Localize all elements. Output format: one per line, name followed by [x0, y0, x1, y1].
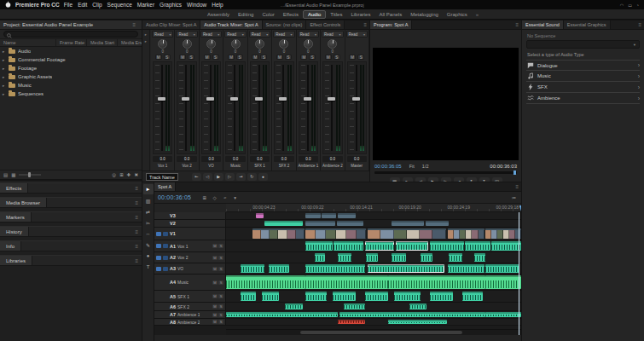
add-marker-button[interactable]: ▦: [390, 177, 400, 182]
timeline-clip[interactable]: [388, 320, 447, 324]
timeline-clip[interactable]: [396, 241, 428, 251]
project-panel-header[interactable]: Project: Essential Audio Panel Example ≡: [0, 20, 142, 30]
panel-menu-icon[interactable]: ≡: [135, 200, 142, 205]
timeline-clip[interactable]: [365, 292, 389, 301]
playhead-marker-icon[interactable]: [519, 205, 521, 211]
fader-handle[interactable]: [206, 97, 214, 101]
track-header-v2[interactable]: V2: [154, 220, 226, 227]
track-mute-button[interactable]: M: [212, 294, 218, 298]
wifi-icon[interactable]: ◠: [620, 3, 624, 8]
timeline-clip[interactable]: [338, 320, 364, 324]
audio-type-sfx[interactable]: SFX›: [526, 82, 640, 93]
twirl-icon[interactable]: ▸: [3, 92, 6, 96]
go-to-in-button[interactable]: ⇤: [403, 177, 413, 182]
panel-menu-icon[interactable]: ≡: [135, 258, 142, 263]
timeline-clip[interactable]: [241, 292, 255, 301]
panel-tab-media-browser[interactable]: Media Browser: [0, 198, 47, 207]
mute-button[interactable]: M: [179, 55, 186, 60]
timeline-clip[interactable]: [241, 264, 264, 273]
pan-knob[interactable]: [224, 38, 246, 49]
tab-program[interactable]: Program: Spot A: [370, 20, 412, 29]
track-mute-button[interactable]: M: [212, 280, 218, 285]
apple-icon[interactable]: [5, 1, 11, 9]
selection-tool[interactable]: ►: [143, 184, 154, 194]
timeline-clip[interactable]: [368, 264, 444, 273]
track-mute-button[interactable]: M: [212, 320, 218, 324]
solo-button[interactable]: S: [212, 55, 219, 60]
step-back-button[interactable]: ◁: [203, 173, 212, 181]
ripple-edit-tool[interactable]: ⇄: [143, 206, 154, 217]
panel-menu-icon[interactable]: ≡: [361, 20, 369, 29]
automation-mode-select[interactable]: Read▾: [322, 31, 343, 38]
list-view-button[interactable]: ▤: [3, 172, 8, 177]
hand-tool[interactable]: ●: [143, 251, 154, 261]
timeline-clip[interactable]: [305, 292, 326, 301]
track-solo-button[interactable]: S: [218, 256, 223, 260]
zoom-slider[interactable]: [19, 174, 41, 176]
timeline-clip[interactable]: [262, 292, 280, 301]
playhead[interactable]: [519, 212, 519, 335]
clock-icon[interactable]: ◔: [636, 3, 639, 8]
workspace-tab-graphics[interactable]: Graphics: [443, 11, 472, 18]
timeline-clip[interactable]: [305, 241, 332, 251]
track-mute-button[interactable]: M: [212, 244, 218, 248]
track-mute-button[interactable]: M: [212, 267, 218, 271]
track-content[interactable]: [226, 212, 521, 219]
slip-tool[interactable]: ↔: [143, 228, 154, 239]
track-header-a4[interactable]: A4MusicMS: [154, 275, 226, 290]
timeline-clip[interactable]: [269, 264, 289, 273]
mute-button[interactable]: M: [300, 55, 307, 60]
timeline-clip[interactable]: [485, 264, 519, 273]
workspace-tab-assembly[interactable]: Assembly: [203, 11, 234, 18]
mixer-show-hide-gutter[interactable]: ▸▸: [142, 30, 150, 170]
pan-knob[interactable]: [322, 38, 343, 49]
step-forward-button[interactable]: ▷: [441, 177, 451, 182]
twirl-icon[interactable]: ▸: [3, 84, 6, 88]
timeline-clip[interactable]: [430, 292, 454, 301]
go-to-out-button[interactable]: ⇥: [454, 177, 464, 182]
track-target-icon[interactable]: [163, 256, 168, 260]
mute-button[interactable]: M: [252, 55, 258, 60]
pan-knob[interactable]: [176, 38, 197, 49]
panel-menu-icon[interactable]: ≡: [513, 20, 521, 29]
track-solo-button[interactable]: S: [218, 294, 223, 298]
fader-handle[interactable]: [158, 97, 165, 101]
tab-effect-controls[interactable]: Effect Controls: [306, 20, 345, 29]
new-bin-button[interactable]: ⊞: [119, 172, 124, 177]
automation-mode-select[interactable]: Read▾: [346, 31, 368, 38]
razor-tool[interactable]: ✂: [143, 217, 154, 228]
mute-button[interactable]: M: [204, 55, 211, 60]
project-search-box[interactable]: [3, 31, 138, 38]
timeline-clip[interactable]: [421, 253, 432, 262]
mute-button[interactable]: M: [228, 55, 235, 60]
panel-tab-info[interactable]: Info: [0, 241, 21, 251]
solo-button[interactable]: S: [334, 55, 340, 60]
solo-button[interactable]: S: [260, 55, 267, 60]
menu-window[interactable]: Window: [187, 2, 206, 8]
panel-menu-icon[interactable]: ≡: [135, 186, 142, 191]
track-header-a1[interactable]: A1Vox 1MS: [154, 240, 226, 251]
project-search-input[interactable]: [14, 32, 135, 37]
automation-mode-select[interactable]: Read▾: [200, 31, 222, 38]
timeline-clip[interactable]: [366, 253, 378, 262]
track-solo-button[interactable]: S: [218, 244, 223, 248]
solo-button[interactable]: S: [164, 55, 171, 60]
menu-marker[interactable]: Marker: [137, 2, 154, 8]
workspace-tab-libraries[interactable]: Libraries: [346, 11, 374, 18]
fader-handle[interactable]: [182, 97, 189, 101]
insert-overwrite-icon[interactable]: ⊞: [200, 195, 208, 200]
automation-mode-select[interactable]: Read▾: [273, 31, 294, 38]
pan-knob[interactable]: [273, 38, 294, 49]
timeline-ruler[interactable]: 00:00:04:2300:00:09:2200:00:14:2100:00:1…: [226, 204, 521, 212]
track-content[interactable]: [226, 252, 521, 263]
timeline-current-timecode[interactable]: 00:00:36:05: [158, 194, 191, 200]
panel-tab-markers[interactable]: Markers: [0, 212, 32, 222]
snap-icon[interactable]: ◇: [211, 195, 218, 200]
audio-type-ambience[interactable]: Ambience›: [526, 93, 640, 104]
timeline-clip[interactable]: [491, 241, 521, 251]
scrollbar-thumb[interactable]: [300, 331, 462, 334]
tab-essential-sound[interactable]: Essential Sound: [522, 20, 564, 29]
fader-handle[interactable]: [279, 97, 287, 101]
mute-button[interactable]: M: [276, 55, 283, 60]
workspace-tab-metalogging[interactable]: Metalogging: [406, 11, 443, 18]
